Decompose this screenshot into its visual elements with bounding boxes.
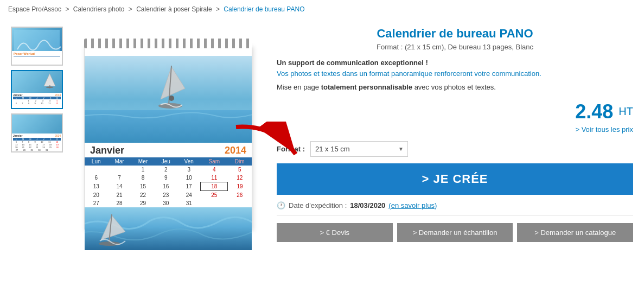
day-header-ven: Ven	[177, 157, 200, 166]
cal-cell: 21	[107, 190, 131, 199]
svg-point-12	[99, 241, 120, 246]
thumbnail-3[interactable]: Janvier2014 LMMJVSD 6789101112 131415161…	[11, 113, 63, 152]
cal-cell: 25	[201, 190, 228, 199]
cal-cell: 19	[228, 182, 252, 190]
cal-cell: 27	[85, 199, 107, 207]
cal-cell: 8	[131, 174, 155, 182]
svg-point-2	[46, 86, 54, 88]
breadcrumb-sep-1: >	[65, 5, 69, 13]
calendar-mockup: Janvier 2014 Lun Mar Mer Jeu Ven Sam	[84, 46, 252, 230]
devis-button[interactable]: > € Devis	[277, 223, 393, 242]
cal-cell: 22	[131, 190, 155, 199]
cal-cell: 6	[85, 174, 107, 182]
product-price: 2.48	[575, 100, 613, 123]
breadcrumb-calendriers-photo[interactable]: Calendriers photo	[73, 5, 125, 13]
view-prices-link[interactable]: Voir tous les prix	[277, 125, 633, 134]
cal-cell: 3	[177, 166, 200, 174]
cal-cell: 11	[201, 174, 228, 182]
cal-cell: 4	[201, 166, 228, 174]
day-header-sam: Sam	[201, 157, 228, 166]
product-price-unit: HT	[619, 105, 633, 118]
breadcrumb-current: Calendrier de bureau PANO	[224, 5, 304, 13]
product-title: Calendrier de bureau PANO	[277, 27, 633, 41]
cal-cell: 30	[155, 199, 177, 207]
product-subtitle: Format : (21 x 15 cm), De bureau 13 page…	[277, 43, 633, 51]
table-row: 1 2 3 4 5	[85, 166, 252, 174]
thumbnail-2[interactable]: Janvier2014 LMMJVSD 12345 6789101112	[11, 70, 63, 109]
price-row: 2.48 HT	[277, 100, 633, 123]
format-select[interactable]: 21 x 15 cm	[310, 141, 408, 157]
format-label: Format :	[277, 145, 305, 153]
calendar-top-photo	[85, 56, 252, 143]
format-row: Format : 21 x 15 cm	[277, 141, 633, 157]
cal-cell	[107, 166, 131, 174]
cal-cell: 5	[228, 166, 252, 174]
cal-cell: 18	[201, 182, 228, 190]
shipping-label: Date d'expédition :	[289, 201, 347, 209]
cal-cell: 28	[107, 199, 131, 207]
calendar-display: Janvier 2014 Lun Mar Mer Jeu Ven Sam	[76, 27, 260, 242]
cal-cell: 16	[155, 182, 177, 190]
calendar-grid-section: Janvier 2014 Lun Mar Mer Jeu Ven Sam	[85, 143, 252, 207]
calendar-month: Janvier	[90, 145, 124, 156]
thumbnail-1[interactable]: Poser Worlud	[11, 27, 63, 66]
table-row: 13 14 15 16 17 18 19	[85, 182, 252, 190]
format-select-wrapper[interactable]: 21 x 15 cm	[310, 141, 408, 157]
table-row: 27 28 29 30 31	[85, 199, 252, 207]
cal-cell: 20	[85, 190, 107, 199]
breadcrumb-sep-2: >	[129, 5, 132, 13]
day-header-lun: Lun	[85, 157, 107, 166]
cal-cell: 9	[155, 174, 177, 182]
main-content: Poser Worlud	[0, 18, 644, 250]
create-button[interactable]: > JE CRÉE	[277, 163, 633, 195]
view-prices-anchor[interactable]: Voir tous les prix	[575, 125, 633, 134]
catalogue-button[interactable]: > Demander un catalogue	[517, 223, 633, 242]
cal-cell: 14	[107, 182, 131, 190]
cal-cell: 12	[228, 174, 252, 182]
cal-cell: 2	[155, 166, 177, 174]
cal-cell	[85, 166, 107, 174]
calendar-table: Lun Mar Mer Jeu Ven Sam Dim	[85, 157, 252, 207]
breadcrumb: Espace Pro/Assoc > Calendriers photo > C…	[0, 0, 644, 18]
table-row: 6 7 8 9 10 11 12	[85, 174, 252, 182]
shipping-date: 18/03/2020	[350, 201, 385, 209]
breadcrumb-calendrier-spirale[interactable]: Calendrier à poser Spirale	[136, 5, 212, 13]
clock-icon: 🕐	[277, 201, 285, 209]
product-description: Un support de communication exceptionnel…	[277, 58, 633, 79]
day-header-mer: Mer	[131, 157, 155, 166]
cal-cell: 7	[107, 174, 131, 182]
cal-cell: 23	[155, 190, 177, 199]
day-header-jeu: Jeu	[155, 157, 177, 166]
cal-cell: 13	[85, 182, 107, 190]
svg-point-8	[169, 96, 174, 101]
echantillon-button[interactable]: > Demander un échantillon	[397, 223, 513, 242]
cal-cell: 26	[228, 190, 252, 199]
breadcrumb-sep-3: >	[216, 5, 220, 13]
cal-cell: 17	[177, 182, 200, 190]
product-feature: Mise en page totalement personnalisable …	[277, 82, 633, 93]
cal-cell: 24	[177, 190, 200, 199]
cal-cell	[228, 199, 252, 207]
cal-cell: 31	[177, 199, 200, 207]
shipping-link[interactable]: (en savoir plus)	[388, 201, 437, 209]
cal-cell: 15	[131, 182, 155, 190]
cal-cell	[201, 199, 228, 207]
shipping-info: 🕐 Date d'expédition : 18/03/2020 (en sav…	[277, 201, 633, 215]
action-buttons: > € Devis > Demander un échantillon > De…	[277, 223, 633, 242]
product-info-panel: Calendrier de bureau PANO Format : (21 x…	[271, 27, 633, 242]
cal-cell: 29	[131, 199, 155, 207]
calendar-year: 2014	[225, 145, 246, 156]
cal-cell: 10	[177, 174, 200, 182]
day-header-dim: Dim	[228, 157, 252, 166]
cal-cell: 1	[131, 166, 155, 174]
thumbnail-list: Poser Worlud	[11, 27, 65, 242]
day-header-mar: Mar	[107, 157, 131, 166]
calendar-bottom-photo	[85, 207, 252, 250]
table-row: 20 21 22 23 24 25 26	[85, 190, 252, 199]
svg-marker-0	[44, 74, 55, 86]
breadcrumb-espace-pro[interactable]: Espace Pro/Assoc	[8, 5, 61, 13]
